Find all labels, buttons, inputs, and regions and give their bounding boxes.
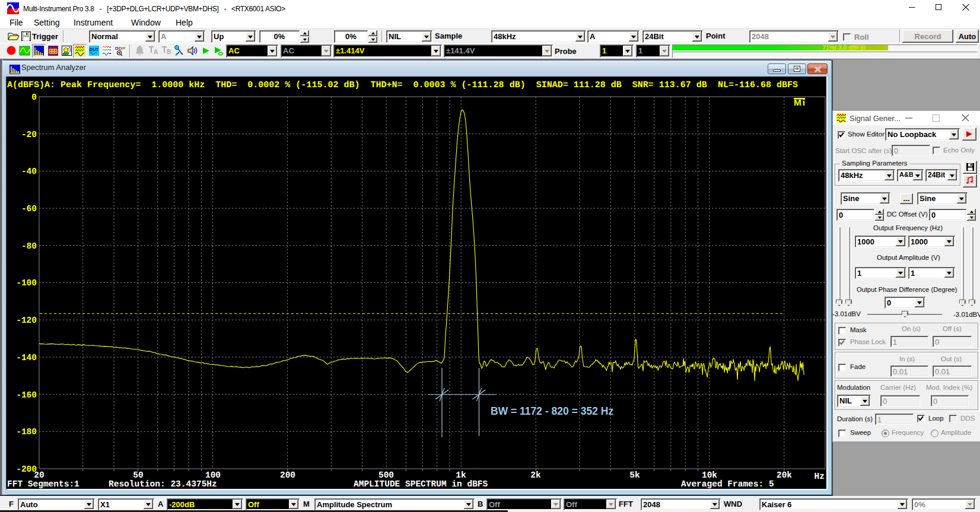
svg-text:-40: -40 — [21, 167, 37, 176]
svg-text:-180: -180 — [16, 427, 37, 437]
svg-text:DUT: DUT — [90, 47, 99, 52]
svg-text:B: B — [167, 49, 171, 55]
svg-text:100: 100 — [205, 470, 221, 480]
svg-text:P: P — [122, 46, 125, 51]
svg-text:A(dBFS)A: Peak Frequency= 1.0: A(dBFS)A: Peak Frequency= 1.0000 kHz THD… — [7, 80, 798, 90]
svg-text:-140: -140 — [16, 353, 37, 362]
svg-text:-120: -120 — [16, 316, 37, 325]
svg-text:-60: -60 — [21, 204, 37, 214]
svg-text:AMPLITUDE SPECTRUM in dBFS: AMPLITUDE SPECTRUM in dBFS — [354, 479, 488, 489]
svg-text:Hz: Hz — [814, 472, 825, 481]
svg-text:2k: 2k — [530, 470, 541, 480]
svg-text:-20: -20 — [21, 130, 37, 139]
svg-text:BW = 1172 - 820 = 352 Hz: BW = 1172 - 820 = 352 Hz — [491, 405, 613, 417]
svg-text:5k: 5k — [629, 470, 640, 480]
svg-text:A: A — [154, 49, 158, 55]
svg-text:888: 888 — [49, 48, 58, 56]
svg-text:Resolution: 23.4375Hz: Resolution: 23.4375Hz — [109, 479, 217, 489]
svg-text:50: 50 — [133, 470, 143, 480]
svg-text:-80: -80 — [21, 241, 37, 251]
svg-text:-160: -160 — [16, 390, 37, 400]
svg-text:10k: 10k — [702, 470, 717, 480]
svg-text:200: 200 — [280, 470, 295, 480]
svg-text:FFT Segments:1: FFT Segments:1 — [7, 479, 79, 489]
svg-text:-100: -100 — [16, 278, 37, 288]
svg-text:0: 0 — [31, 93, 37, 102]
svg-text:Averaged Frames: 5: Averaged Frames: 5 — [681, 479, 774, 489]
svg-text:1k: 1k — [456, 470, 466, 480]
svg-text:500: 500 — [378, 470, 394, 480]
svg-text:20k: 20k — [777, 470, 792, 480]
svg-text:20: 20 — [34, 470, 44, 480]
